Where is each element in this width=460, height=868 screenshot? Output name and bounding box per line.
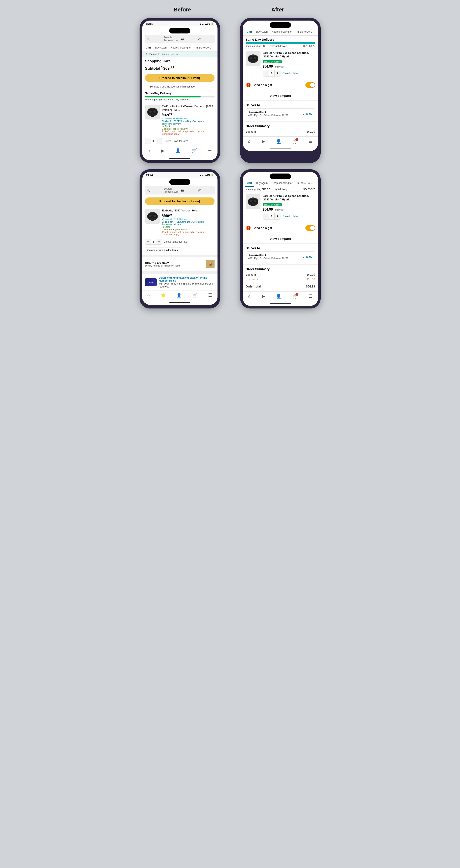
- r-qty-minus[interactable]: −: [263, 70, 269, 76]
- br-product-info: EarFun Air Pro 2 Wireless Earbuds, [2023…: [263, 194, 315, 219]
- br-gift-toggle[interactable]: [305, 225, 315, 231]
- br-nav-person[interactable]: 👤: [276, 293, 281, 299]
- tab-instore[interactable]: In-Store Co...: [194, 44, 213, 51]
- br-tab-buy-again[interactable]: Buy Again: [254, 180, 270, 187]
- bl-earbuds-svg: [146, 210, 159, 223]
- nav-home[interactable]: ⌂: [147, 148, 150, 153]
- br-person-icon: 👤: [276, 293, 281, 299]
- r-nav-cart[interactable]: 🛒 1: [292, 139, 298, 144]
- r-progress-fill: [246, 42, 315, 44]
- r-tab-buy-again[interactable]: Buy Again: [254, 29, 270, 35]
- r-nav-home[interactable]: ⌂: [248, 139, 251, 144]
- bl-qty-plus[interactable]: +: [156, 239, 162, 245]
- bl-quantity-control[interactable]: − 1 +: [145, 239, 162, 245]
- r-subtotal-row: Sub total $69.99: [246, 129, 315, 134]
- bl-search-placeholder: Search Amazon.com: [164, 187, 179, 193]
- bl-nav-home[interactable]: ⌂: [147, 292, 150, 298]
- r-deliver-title: Deliver to: [246, 103, 315, 107]
- r-price-old: $69.99: [275, 65, 284, 68]
- svg-point-22: [254, 200, 257, 203]
- checkout-button[interactable]: Proceed to checkout (1 item): [145, 74, 215, 82]
- r-product-row: EarFun Air Pro 2 Wireless Earbuds, [2023…: [243, 49, 318, 79]
- tab-cart[interactable]: Cart: [144, 44, 153, 51]
- r-delivery-note: You are getting FREE Overnight delivery!: [246, 45, 288, 47]
- qty-minus[interactable]: −: [145, 138, 151, 144]
- bl-checkout-button[interactable]: Proceed to checkout (1 item): [145, 197, 215, 205]
- home-bar: [142, 156, 218, 160]
- bl-returns-section: Returns are easy 30-day returns on milli…: [142, 257, 218, 271]
- gift-checkbox[interactable]: [145, 85, 148, 88]
- nav-play[interactable]: ▶: [161, 148, 164, 153]
- earbuds-svg: [146, 106, 159, 118]
- r-delivery-price: $54.99/$25: [303, 45, 315, 47]
- bl-nav-cart[interactable]: 🛒: [192, 292, 198, 298]
- r-gift-toggle[interactable]: [305, 82, 315, 88]
- br-home-icon: ⌂: [248, 293, 251, 299]
- br-tab-cart[interactable]: Cart: [245, 180, 254, 187]
- br-change-button[interactable]: Change: [303, 255, 313, 258]
- search-placeholder: Search Amazon.com: [164, 36, 179, 42]
- r-tab-keep-shopping[interactable]: Keep shopping for: [270, 29, 295, 35]
- br-view-compare[interactable]: View compare: [243, 234, 318, 244]
- r-gift-left: 🎁 Send as a gift.: [246, 83, 273, 88]
- tab-buy-again[interactable]: Buy Again: [153, 44, 169, 51]
- search-bar[interactable]: 🔍 Search Amazon.com 📷 🎤: [145, 35, 215, 43]
- save-for-later-button[interactable]: Save for later: [173, 140, 188, 143]
- nav-menu[interactable]: ☰: [208, 148, 212, 153]
- bl-time: 19:24: [146, 174, 153, 177]
- br-tab-instore[interactable]: In-Store Co...: [295, 180, 314, 187]
- gift-row: Send as a gift. Include custom message: [142, 84, 218, 90]
- bl-delete-button[interactable]: Delete: [164, 240, 171, 243]
- br-tab-keep-shopping[interactable]: Keep shopping for: [270, 180, 295, 187]
- br-quantity-control[interactable]: − 1 +: [263, 213, 281, 219]
- r-order-summary-title: Order Summary: [246, 124, 315, 128]
- r-deliver-info: Annette Black 6391 Elgin St. Celina, Del…: [249, 111, 289, 117]
- bl-nav-star[interactable]: ⭐: [161, 292, 166, 298]
- br-order-summary-title: Order Summary: [246, 267, 315, 271]
- br-qty-plus[interactable]: +: [275, 213, 281, 219]
- home-icon: ⌂: [147, 148, 150, 153]
- bl-save-for-later-button[interactable]: Save for later: [173, 240, 188, 243]
- bl-compare-button[interactable]: Compare with similar items: [145, 247, 180, 253]
- svg-rect-17: [151, 218, 154, 221]
- br-deliver-box: Annette Black 6391 Elgin St. Celina, Del…: [246, 251, 315, 262]
- r-tab-cart[interactable]: Cart: [245, 29, 254, 35]
- br-save-later[interactable]: Save for later: [283, 215, 298, 218]
- r-save-later[interactable]: Save for later: [283, 72, 298, 75]
- svg-point-3: [149, 111, 152, 113]
- bl-search-bar[interactable]: 🔍 Search Amazon.com 📷 🎤: [145, 186, 215, 194]
- r-cart-badge: 🛒 1: [292, 139, 298, 144]
- bl-stock-text: In Stock: [162, 226, 215, 228]
- bl-cart-badge: 🛒: [192, 292, 198, 298]
- br-nav-cart[interactable]: 🛒 1: [292, 293, 298, 299]
- bl-nav-menu[interactable]: ☰: [208, 292, 212, 298]
- br-gift-row: 🎁 Send as a gift.: [243, 222, 318, 234]
- bl-product-image: [145, 209, 160, 224]
- br-nav-home[interactable]: ⌂: [248, 293, 251, 299]
- r-change-button[interactable]: Change: [303, 112, 313, 115]
- br-nav-menu[interactable]: ☰: [308, 293, 313, 299]
- br-nav-play[interactable]: ▶: [262, 293, 265, 299]
- nav-cart[interactable]: 🛒: [192, 148, 197, 153]
- tab-keep-shopping[interactable]: Keep shopping for: [169, 44, 194, 51]
- qty-plus[interactable]: +: [156, 138, 162, 144]
- br-qty-minus[interactable]: −: [263, 213, 269, 219]
- delete-button[interactable]: Delete: [164, 140, 171, 143]
- r-nav-play[interactable]: ▶: [262, 139, 265, 144]
- br-discounts-row: Discounts -$15.00: [246, 277, 315, 281]
- quantity-control[interactable]: − 1 +: [145, 138, 162, 144]
- bl-qty-minus[interactable]: −: [145, 239, 151, 245]
- r-nav-menu[interactable]: ☰: [308, 139, 313, 144]
- bl-nav-person[interactable]: 👤: [176, 292, 182, 298]
- stock-text: In Stock: [162, 125, 215, 128]
- r-nav-person[interactable]: 👤: [276, 139, 281, 144]
- r-qty-plus[interactable]: +: [275, 70, 281, 76]
- subtotal-value: $69: [163, 66, 170, 70]
- r-view-compare[interactable]: View compare: [243, 91, 318, 101]
- br-deliver-addr: 6391 Elgin St. Celina, Delaware 10299: [249, 257, 289, 259]
- br-deliver-title: Deliver to: [246, 246, 315, 250]
- nav-person[interactable]: 👤: [175, 148, 180, 153]
- r-quantity-control[interactable]: − 1 +: [263, 70, 281, 76]
- location-icon: 📍: [145, 53, 148, 56]
- r-tab-instore[interactable]: In-Store Co...: [295, 29, 314, 35]
